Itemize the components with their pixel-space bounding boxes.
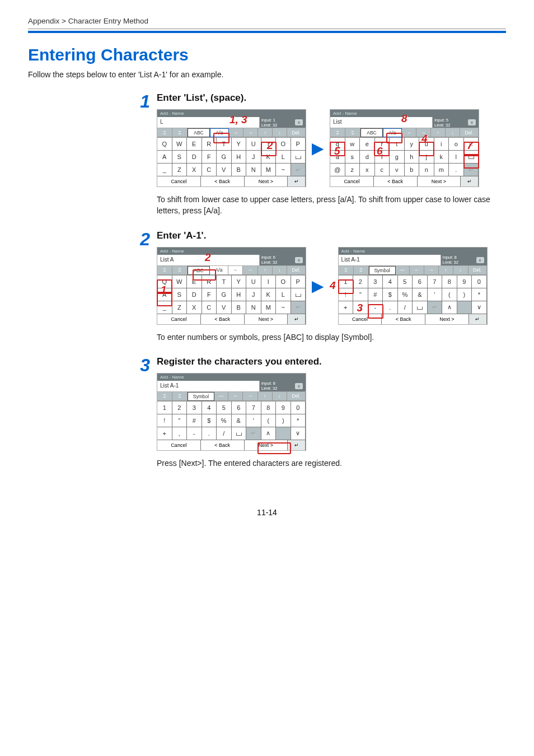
- key[interactable]: 5: [217, 402, 232, 414]
- key[interactable]: _: [157, 164, 172, 176]
- cancel-button[interactable]: Cancel: [157, 176, 201, 186]
- key[interactable]: ": [172, 414, 188, 427]
- key[interactable]: M: [261, 301, 277, 314]
- key[interactable]: D: [187, 288, 202, 301]
- key[interactable]: n: [419, 164, 434, 176]
- mode-up-arrow[interactable]: ↑: [439, 266, 453, 275]
- key[interactable]: U: [246, 138, 261, 151]
- mode-case-button[interactable]: A/a: [210, 266, 228, 275]
- key[interactable]: y: [405, 138, 420, 151]
- key[interactable]: ⌴: [464, 151, 479, 164]
- back-button[interactable]: < Back: [201, 314, 245, 324]
- key[interactable]: K: [261, 288, 277, 301]
- key[interactable]: [457, 301, 472, 314]
- tool-caret-left[interactable]: [339, 266, 354, 275]
- key[interactable]: M: [261, 164, 277, 176]
- key[interactable]: ": [353, 288, 368, 301]
- key[interactable]: (: [442, 288, 457, 301]
- key[interactable]: $: [202, 414, 217, 427]
- next-button[interactable]: Next >: [245, 314, 288, 324]
- key[interactable]: v: [390, 164, 405, 176]
- tool-caret-left[interactable]: [157, 128, 172, 137]
- next-button[interactable]: Next >: [245, 440, 288, 450]
- key[interactable]: 6: [413, 276, 428, 288]
- delete-button[interactable]: Del.: [287, 128, 306, 137]
- key[interactable]: S: [172, 288, 188, 301]
- key[interactable]: H: [232, 151, 247, 164]
- key[interactable]: P: [291, 138, 306, 151]
- key[interactable]: x: [360, 164, 375, 176]
- key[interactable]: ∧: [442, 301, 457, 314]
- key[interactable]: h: [405, 151, 420, 164]
- back-button[interactable]: < Back: [201, 440, 245, 450]
- key[interactable]: r: [375, 138, 390, 151]
- key[interactable]: U: [246, 276, 261, 288]
- key[interactable]: s: [345, 151, 360, 164]
- key[interactable]: O: [276, 276, 291, 288]
- key[interactable]: 4: [383, 276, 398, 288]
- key[interactable]: R: [202, 276, 217, 288]
- key[interactable]: *: [472, 288, 487, 301]
- key[interactable]: 0: [291, 402, 306, 414]
- key[interactable]: e: [360, 138, 375, 151]
- key[interactable]: &: [413, 288, 428, 301]
- key[interactable]: 5: [398, 276, 413, 288]
- enter-button[interactable]: ↵: [461, 176, 479, 186]
- key[interactable]: ↵: [291, 164, 306, 176]
- tool-caret-right[interactable]: [172, 392, 188, 401]
- key[interactable]: Q: [157, 138, 172, 151]
- key[interactable]: ,: [172, 427, 188, 440]
- tool-caret-right[interactable]: [354, 266, 369, 275]
- enter-button[interactable]: ↵: [469, 314, 487, 324]
- mode-abc-button[interactable]: ABC: [188, 266, 210, 275]
- key[interactable]: o: [449, 138, 464, 151]
- key[interactable]: ⌴: [291, 288, 306, 301]
- close-button[interactable]: x: [292, 117, 306, 128]
- key[interactable]: [276, 427, 291, 440]
- key[interactable]: 1: [339, 276, 354, 288]
- key[interactable]: -: [368, 301, 383, 314]
- key[interactable]: (: [261, 414, 277, 427]
- key[interactable]: b: [405, 164, 420, 176]
- mode-down-arrow[interactable]: ↓: [273, 266, 287, 275]
- key[interactable]: V: [217, 301, 232, 314]
- key[interactable]: l: [449, 151, 464, 164]
- key[interactable]: Z: [172, 164, 188, 176]
- mode-case-button[interactable]: A/a: [383, 128, 402, 137]
- key[interactable]: 0: [472, 276, 487, 288]
- mode-left-arrow[interactable]: ←: [410, 266, 424, 275]
- key[interactable]: p: [464, 138, 479, 151]
- key[interactable]: ~: [276, 164, 291, 176]
- mode-left-arrow[interactable]: ←: [228, 392, 243, 401]
- key[interactable]: m: [434, 164, 449, 176]
- key[interactable]: W: [172, 276, 188, 288]
- key[interactable]: 8: [442, 276, 457, 288]
- key[interactable]: %: [217, 414, 232, 427]
- mode-abc-button[interactable]: ABC: [188, 128, 210, 137]
- key[interactable]: W: [172, 138, 188, 151]
- key[interactable]: T: [217, 138, 232, 151]
- mode-case-button[interactable]: A/a: [210, 128, 229, 137]
- enter-button[interactable]: ↵: [288, 440, 306, 450]
- key[interactable]: #: [368, 288, 383, 301]
- mode-left-arrow[interactable]: ←: [229, 128, 243, 137]
- cancel-button[interactable]: Cancel: [157, 314, 201, 324]
- key[interactable]: D: [187, 151, 202, 164]
- key[interactable]: ↵: [246, 427, 261, 440]
- key[interactable]: G: [217, 151, 232, 164]
- key[interactable]: Y: [232, 276, 247, 288]
- key[interactable]: /: [217, 427, 232, 440]
- tool-caret-right[interactable]: [345, 128, 360, 137]
- cancel-button[interactable]: Cancel: [157, 440, 201, 450]
- key[interactable]: ': [428, 288, 443, 301]
- mode-up-arrow[interactable]: ↑: [258, 128, 273, 137]
- key[interactable]: ': [246, 414, 261, 427]
- mode-abc-button[interactable]: ABC: [360, 128, 383, 137]
- key[interactable]: #: [187, 414, 202, 427]
- tool-caret-left[interactable]: [157, 392, 172, 401]
- back-button[interactable]: < Back: [374, 176, 418, 186]
- key[interactable]: 4: [202, 402, 217, 414]
- key[interactable]: i: [434, 138, 449, 151]
- key[interactable]: E: [187, 276, 202, 288]
- key[interactable]: G: [217, 288, 232, 301]
